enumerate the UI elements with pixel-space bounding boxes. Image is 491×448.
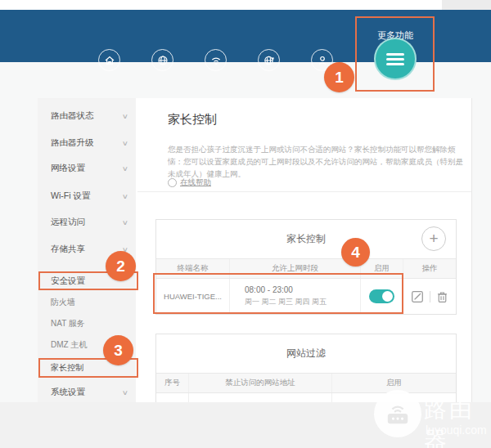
sidebar-item-router-upgrade[interactable]: 路由器升级∨ bbox=[38, 135, 136, 151]
router-admin-page: 更多功能 路由器状态∨ 路由器升级∨ 网络设置∨ Wi-Fi 设置∨ 远程访问∨… bbox=[0, 0, 491, 448]
chevron-down-icon: ∨ bbox=[122, 113, 128, 120]
step-1-highlight bbox=[355, 16, 435, 92]
chevron-down-icon: ∨ bbox=[122, 219, 128, 226]
operations-cell bbox=[403, 279, 456, 314]
home-icon[interactable] bbox=[98, 49, 120, 71]
chevron-down-icon: ∨ bbox=[122, 389, 128, 396]
op-separator bbox=[430, 291, 430, 302]
wifi-icon[interactable] bbox=[205, 49, 227, 71]
wan-icon[interactable] bbox=[258, 49, 280, 71]
sidebar-item-firewall[interactable]: 防火墙 bbox=[38, 294, 136, 311]
sidebar-item-router-status[interactable]: 路由器状态∨ bbox=[38, 108, 136, 124]
watermark-title: 路由器 bbox=[424, 394, 491, 448]
step-4-highlight bbox=[153, 273, 403, 314]
watermark-domain: luyouqi.com bbox=[426, 423, 487, 437]
delete-icon[interactable] bbox=[436, 290, 448, 303]
sidebar-item-nat[interactable]: NAT 服务 bbox=[38, 316, 136, 332]
help-icon bbox=[168, 178, 177, 187]
section-divider bbox=[137, 191, 472, 192]
filter-table-caption: 网站过滤 bbox=[156, 334, 456, 373]
step-1-badge: 1 bbox=[324, 62, 354, 92]
step-2-badge: 2 bbox=[106, 251, 136, 281]
step-3-badge: 3 bbox=[103, 335, 133, 365]
sidebar-item-remote-access[interactable]: 远程访问∨ bbox=[38, 214, 136, 231]
sidebar-item-network-settings[interactable]: 网络设置∨ bbox=[38, 160, 136, 177]
filter-table-header: 序号 禁止访问的网站地址 启用 bbox=[156, 373, 456, 393]
chevron-down-icon: ∨ bbox=[122, 165, 128, 172]
parental-table-caption: 家长控制 + bbox=[156, 220, 456, 258]
page-description: 您是否担心孩子过度沉迷于上网或访问不合适的网站？家长控制功能可以帮您解除烦恼：您… bbox=[168, 143, 471, 180]
edit-icon[interactable] bbox=[411, 290, 424, 303]
sidebar-item-system-settings[interactable]: 系统设置∨ bbox=[38, 384, 136, 401]
internet-icon[interactable] bbox=[151, 49, 173, 71]
top-margin bbox=[0, 0, 491, 10]
website-filter-table: 网站过滤 序号 禁止访问的网站地址 启用 bbox=[155, 334, 457, 402]
content-panel: 路由器状态∨ 路由器升级∨ 网络设置∨ Wi-Fi 设置∨ 远程访问∨ 存储共享… bbox=[38, 98, 472, 402]
corner-patch bbox=[442, 0, 491, 10]
sidebar-item-wifi-settings[interactable]: Wi-Fi 设置∨ bbox=[38, 188, 136, 204]
add-rule-button[interactable]: + bbox=[421, 226, 446, 251]
watermark-router-icon bbox=[374, 390, 421, 437]
chevron-down-icon: ∨ bbox=[122, 140, 128, 147]
step-4-badge: 4 bbox=[341, 238, 370, 267]
page-title: 家长控制 bbox=[168, 112, 217, 128]
chevron-down-icon: ∨ bbox=[122, 193, 128, 200]
help-link[interactable]: 在线帮助 bbox=[168, 177, 211, 188]
